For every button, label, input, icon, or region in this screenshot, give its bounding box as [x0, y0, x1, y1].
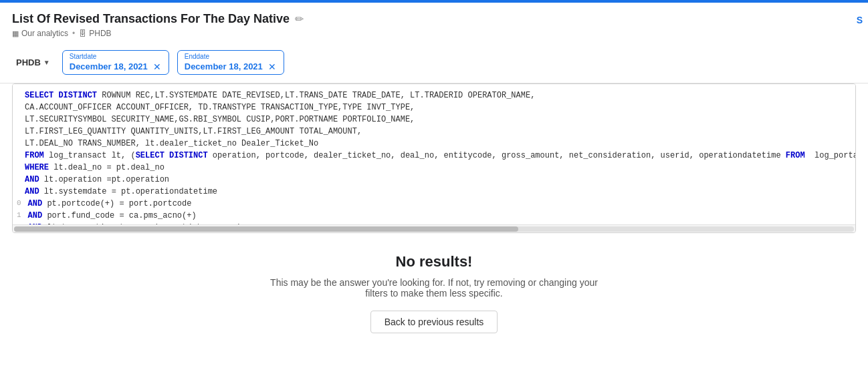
sql-text: AND lt.transaction_type_code = td.trans_… — [28, 222, 245, 224]
sql-line: FROM log_transact lt, (SELECT DISTINCT o… — [13, 150, 855, 162]
line-number — [13, 162, 25, 174]
sql-text: AND port.fund_code = ca.pms_acno(+) — [28, 210, 197, 222]
filter-row: PHDB ▼ Startdate December 18, 2021 ✕ End… — [12, 45, 856, 79]
scroll-track — [14, 226, 854, 232]
line-number — [13, 114, 25, 126]
start-date-field[interactable]: Startdate December 18, 2021 ✕ — [62, 50, 169, 75]
analytics-breadcrumb: ▦ Our analytics — [12, 29, 68, 38]
start-date-value: December 18, 2021 — [70, 61, 148, 71]
sql-line: 1AND port.fund_code = ca.pms_acno(+) — [13, 210, 855, 222]
start-date-label: Startdate — [70, 53, 162, 60]
sql-editor[interactable]: SELECT DISTINCT ROWNUM REC,LT.SYSTEMDATE… — [13, 84, 855, 224]
sql-editor-wrapper: SELECT DISTINCT ROWNUM REC,LT.SYSTEMDATE… — [12, 83, 856, 233]
sql-text: LT.SECURITYSYMBOL SECURITY_NAME,GS.RBI_S… — [25, 114, 415, 126]
title-row: List Of Revised Transactions For The Day… — [12, 12, 856, 26]
sql-text: FROM log_transact lt, (SELECT DISTINCT o… — [25, 150, 855, 162]
line-number: 0 — [13, 198, 28, 210]
sql-line: 0AND pt.portcode(+) = port.portcode — [13, 198, 855, 210]
scroll-thumb — [14, 226, 518, 232]
line-number — [13, 89, 25, 102]
start-date-value-row: December 18, 2021 ✕ — [70, 61, 162, 71]
sql-text: LT.FIRST_LEG_QUANTITY QUANTITY_UNITS,LT.… — [25, 126, 362, 138]
no-results-line1: This may be the answer you're looking fo… — [270, 277, 598, 288]
back-to-previous-button[interactable]: Back to previous results — [370, 311, 498, 333]
end-date-clear-button[interactable]: ✕ — [268, 62, 276, 71]
sql-line: AND lt.operation =pt.operation — [13, 174, 855, 186]
right-indicator: S — [851, 12, 868, 28]
sql-line: WHERE lt.deal_no = pt.deal_no — [13, 162, 855, 174]
breadcrumb-separator: • — [72, 29, 75, 38]
horizontal-scrollbar[interactable] — [13, 224, 855, 232]
header: List Of Revised Transactions For The Day… — [0, 3, 868, 83]
db-label: PHDB — [89, 29, 111, 38]
line-number — [13, 126, 25, 138]
db-selector-label: PHDB — [16, 57, 41, 67]
db-icon: 🗄 — [79, 29, 86, 37]
line-number — [13, 138, 25, 150]
line-number — [13, 186, 25, 198]
line-number: 1 — [13, 210, 28, 222]
no-results-description: This may be the answer you're looking fo… — [270, 277, 598, 299]
end-date-value-row: December 18, 2021 ✕ — [185, 61, 277, 71]
no-results-section: No results! This may be the answer you'r… — [0, 233, 868, 347]
end-date-field[interactable]: Enddate December 18, 2021 ✕ — [177, 50, 284, 75]
line-number: 2 — [13, 222, 28, 224]
sql-line: SELECT DISTINCT ROWNUM REC,LT.SYSTEMDATE… — [13, 89, 855, 102]
analytics-label: Our analytics — [21, 29, 68, 38]
sql-text: LT.DEAL_NO TRANS_NUMBER, lt.dealer_ticke… — [25, 138, 318, 150]
line-number — [13, 174, 25, 186]
line-number — [13, 150, 25, 162]
no-results-line2: filters to make them less specific. — [365, 288, 502, 299]
sql-text: AND pt.portcode(+) = port.portcode — [28, 198, 192, 210]
breadcrumb: ▦ Our analytics • 🗄 PHDB — [12, 29, 856, 38]
sql-line: CA.ACCOUNT_OFFICER ACCOUNT_OFFICER, TD.T… — [13, 102, 855, 114]
dropdown-arrow-icon: ▼ — [43, 59, 50, 66]
sql-line: AND lt.systemdate = pt.operationdatetime — [13, 186, 855, 198]
line-number — [13, 102, 25, 114]
sql-text: AND lt.operation =pt.operation — [25, 174, 169, 186]
sql-text: WHERE lt.deal_no = pt.deal_no — [25, 162, 165, 174]
db-breadcrumb: 🗄 PHDB — [79, 29, 111, 38]
end-date-label: Enddate — [185, 53, 277, 60]
sql-line: LT.DEAL_NO TRANS_NUMBER, lt.dealer_ticke… — [13, 138, 855, 150]
end-date-value: December 18, 2021 — [185, 61, 263, 71]
page-title: List Of Revised Transactions For The Day… — [12, 12, 290, 26]
grid-icon: ▦ — [12, 29, 19, 38]
sql-text: AND lt.systemdate = pt.operationdatetime — [25, 186, 217, 198]
start-date-clear-button[interactable]: ✕ — [153, 62, 161, 71]
sql-text: CA.ACCOUNT_OFFICER ACCOUNT_OFFICER, TD.T… — [25, 102, 415, 114]
sql-line: LT.FIRST_LEG_QUANTITY QUANTITY_UNITS,LT.… — [13, 126, 855, 138]
sql-line: LT.SECURITYSYMBOL SECURITY_NAME,GS.RBI_S… — [13, 114, 855, 126]
db-selector[interactable]: PHDB ▼ — [12, 55, 54, 70]
no-results-title: No results! — [396, 253, 473, 270]
edit-icon[interactable]: ✏ — [295, 13, 304, 25]
sql-text: SELECT DISTINCT ROWNUM REC,LT.SYSTEMDATE… — [25, 89, 535, 102]
